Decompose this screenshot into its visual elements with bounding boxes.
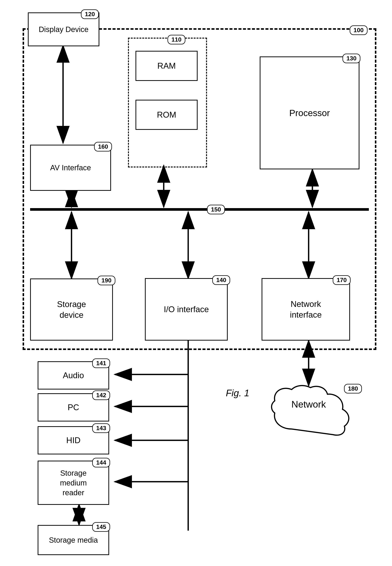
label-100: 100 bbox=[350, 25, 367, 35]
label-170: 170 bbox=[333, 275, 350, 285]
rom-box: ROM bbox=[136, 100, 198, 130]
label-142: 142 bbox=[92, 390, 110, 400]
label-141: 141 bbox=[92, 359, 110, 368]
label-190: 190 bbox=[98, 276, 115, 285]
fig-label: Fig. 1 bbox=[226, 388, 249, 399]
label-140: 140 bbox=[212, 275, 230, 285]
network-label: Network bbox=[269, 399, 348, 410]
storage-device-box: Storagedevice bbox=[30, 278, 113, 341]
label-130: 130 bbox=[342, 54, 360, 63]
label-120: 120 bbox=[81, 9, 99, 19]
io-interface-box: I/O interface bbox=[145, 278, 228, 341]
av-interface-box: AV Interface bbox=[30, 145, 111, 191]
processor-box: Processor bbox=[260, 56, 359, 169]
label-150: 150 bbox=[207, 205, 225, 214]
network-interface-box: Networkinterface bbox=[262, 278, 350, 341]
label-110: 110 bbox=[168, 35, 185, 44]
label-145: 145 bbox=[92, 522, 110, 532]
label-160: 160 bbox=[94, 142, 112, 152]
diagram: 100 Display Device 120 AV Interface 160 … bbox=[0, 0, 392, 566]
network-cloud bbox=[269, 384, 356, 444]
ram-box: RAM bbox=[136, 51, 198, 81]
label-144: 144 bbox=[92, 458, 110, 467]
label-143: 143 bbox=[92, 423, 110, 433]
label-180: 180 bbox=[344, 384, 362, 393]
